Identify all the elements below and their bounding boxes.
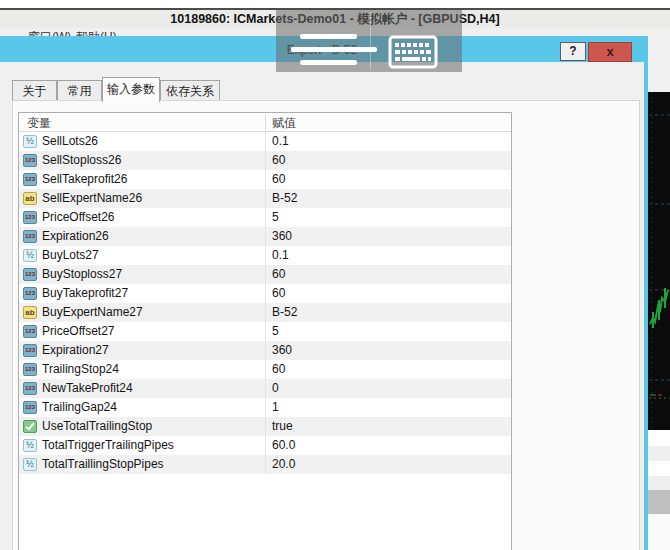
- column-separator[interactable]: [265, 115, 266, 130]
- param-row[interactable]: 123 BuyStoploss27 60: [19, 265, 511, 284]
- param-name: SellStoploss26: [42, 153, 121, 167]
- param-row[interactable]: ab SellExpertName26 B-52: [19, 189, 511, 208]
- column-grid-line: [265, 246, 266, 265]
- terminal-panel-row: [648, 446, 670, 461]
- terminal-panel-row: [648, 476, 670, 490]
- param-row[interactable]: 123 TrailingGap24 1: [19, 398, 511, 417]
- param-name: SellTakeprofit26: [42, 172, 127, 186]
- column-grid-line: [265, 455, 266, 474]
- column-grid-line: [265, 379, 266, 398]
- text-lines-icon[interactable]: [300, 34, 357, 39]
- table-header: 变量 赋值: [19, 113, 511, 132]
- param-name: NewTakeProfit24: [42, 381, 133, 395]
- column-grid-line: [265, 436, 266, 455]
- param-name: BuyStoploss27: [42, 267, 122, 281]
- menu-item-help[interactable]: 帮助(H): [76, 29, 117, 36]
- param-name: BuyExpertName27: [42, 305, 143, 319]
- param-row[interactable]: UseTotalTrailingStop true: [19, 417, 511, 436]
- param-value[interactable]: 60: [272, 153, 285, 167]
- menu-item-window[interactable]: 窗口(W): [28, 29, 71, 36]
- column-grid-line: [265, 417, 266, 436]
- double-type-icon: ½: [23, 458, 37, 471]
- param-value[interactable]: 60: [272, 172, 285, 186]
- param-row[interactable]: ab BuyExpertName27 B-52: [19, 303, 511, 322]
- param-value[interactable]: B-52: [272, 191, 297, 205]
- expert-properties-dialog: Expert - B-52 ? x 关于 常用 输入参数 依存关系 变量 赋值 …: [0, 36, 648, 550]
- column-grid-line: [265, 151, 266, 170]
- int-type-icon: 123: [23, 268, 37, 281]
- terminal-panel-divider: [648, 490, 670, 514]
- int-type-icon: 123: [23, 287, 37, 300]
- double-type-icon: ½: [23, 249, 37, 262]
- param-row[interactable]: 123 SellTakeprofit26 60: [19, 170, 511, 189]
- param-row[interactable]: ½ SellLots26 0.1: [19, 132, 511, 151]
- param-row[interactable]: 123 PriceOffset26 5: [19, 208, 511, 227]
- param-value[interactable]: B-52: [272, 305, 297, 319]
- tab-common[interactable]: 常用: [57, 80, 102, 101]
- param-value[interactable]: 1: [272, 400, 279, 414]
- text-lines-icon[interactable]: [291, 47, 377, 52]
- param-row[interactable]: ½ TotalTraillingStopPipes 20.0: [19, 455, 511, 474]
- param-value[interactable]: 20.0: [272, 457, 295, 471]
- parameters-table: 变量 赋值 ½ SellLots26 0.1 123 SellStoploss2…: [18, 112, 512, 550]
- param-value[interactable]: 0.1: [272, 248, 289, 262]
- text-lines-icon[interactable]: [300, 60, 357, 65]
- int-type-icon: 123: [23, 230, 37, 243]
- param-row[interactable]: 123 PriceOffset27 5: [19, 322, 511, 341]
- overlay-divider: [370, 12, 371, 70]
- param-rows: ½ SellLots26 0.1 123 SellStoploss26 60 1…: [19, 132, 511, 474]
- param-value[interactable]: 5: [272, 210, 279, 224]
- touch-keyboard-overlay: [276, 10, 462, 72]
- column-header-value[interactable]: 赋值: [272, 115, 296, 132]
- column-grid-line: [265, 284, 266, 303]
- tab-about[interactable]: 关于: [12, 80, 57, 101]
- param-row[interactable]: 123 Expiration27 360: [19, 341, 511, 360]
- inputs-tab-page: 变量 赋值 ½ SellLots26 0.1 123 SellStoploss2…: [12, 100, 640, 550]
- param-row[interactable]: ½ BuyLots27 0.1: [19, 246, 511, 265]
- param-row[interactable]: ½ TotalTriggerTrailingPipes 60.0: [19, 436, 511, 455]
- param-value[interactable]: 60: [272, 267, 285, 281]
- int-type-icon: 123: [23, 325, 37, 338]
- string-type-icon: ab: [23, 192, 37, 205]
- param-row[interactable]: 123 Expiration26 360: [19, 227, 511, 246]
- double-type-icon: ½: [23, 135, 37, 148]
- column-grid-line: [265, 227, 266, 246]
- param-row[interactable]: 123 TrailingStop24 60: [19, 360, 511, 379]
- param-row[interactable]: 123 NewTakeProfit24 0: [19, 379, 511, 398]
- column-header-variable[interactable]: 变量: [27, 115, 51, 132]
- param-value[interactable]: 60.0: [272, 438, 295, 452]
- param-value[interactable]: 60: [272, 286, 285, 300]
- tab-dependencies[interactable]: 依存关系: [160, 80, 220, 101]
- help-button[interactable]: ?: [560, 42, 586, 61]
- param-value[interactable]: true: [272, 419, 293, 433]
- param-row[interactable]: 123 SellStoploss26 60: [19, 151, 511, 170]
- param-name: TotalTraillingStopPipes: [42, 457, 164, 471]
- keyboard-icon[interactable]: [388, 35, 438, 69]
- string-type-icon: ab: [23, 306, 37, 319]
- column-grid-line: [265, 189, 266, 208]
- param-value[interactable]: 5: [272, 324, 279, 338]
- param-value[interactable]: 0.1: [272, 134, 289, 148]
- terminal-panel-row: [648, 461, 670, 476]
- int-type-icon: 123: [23, 173, 37, 186]
- int-type-icon: 123: [23, 154, 37, 167]
- tab-inputs[interactable]: 输入参数: [102, 77, 160, 102]
- param-value[interactable]: 0: [272, 381, 279, 395]
- int-type-icon: 123: [23, 211, 37, 224]
- param-name: BuyTakeprofit27: [42, 286, 128, 300]
- param-name: TrailingStop24: [42, 362, 119, 376]
- int-type-icon: 123: [23, 363, 37, 376]
- param-name: PriceOffset27: [42, 324, 114, 338]
- param-name: TotalTriggerTrailingPipes: [42, 438, 174, 452]
- column-grid-line: [265, 208, 266, 227]
- close-button[interactable]: x: [588, 42, 632, 62]
- param-name: Expiration27: [42, 343, 109, 357]
- param-row[interactable]: 123 BuyTakeprofit27 60: [19, 284, 511, 303]
- terminal-panel-row: [648, 430, 670, 446]
- param-value[interactable]: 60: [272, 362, 285, 376]
- screen: 10189860: ICMarkets-Demo01 - 模拟帐户 - [GBP…: [0, 0, 670, 550]
- param-value[interactable]: 360: [272, 343, 292, 357]
- param-value[interactable]: 360: [272, 229, 292, 243]
- double-type-icon: ½: [23, 439, 37, 452]
- param-name: Expiration26: [42, 229, 109, 243]
